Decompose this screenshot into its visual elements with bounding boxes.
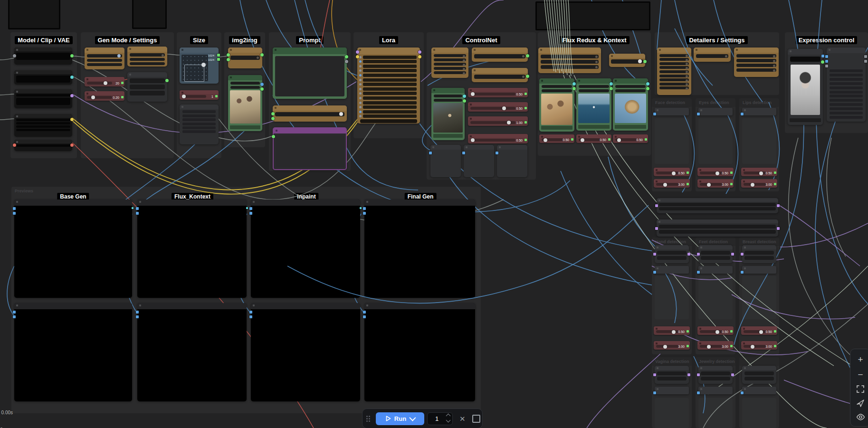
input-port[interactable] [741,113,744,115]
node-model-settings[interactable] [14,114,72,137]
node-graph-canvas[interactable]: Model / Clip / VAE Gen Mode / Settings S… [0,0,868,428]
collapse-dot-icon[interactable] [615,136,617,138]
output-port[interactable] [730,345,733,347]
input-port[interactable] [13,207,16,210]
toggle-dot-icon[interactable] [359,69,362,72]
collapse-dot-icon[interactable] [129,74,131,76]
output-port[interactable] [731,253,734,256]
collapse-dot-icon[interactable] [657,367,658,369]
slider-knob[interactable] [707,183,711,187]
cancel-button[interactable]: ✕ [459,415,466,422]
node-clip-loader[interactable] [14,70,72,85]
output-port[interactable] [132,207,134,209]
node-resolution-picker[interactable]: 1024 1024 [180,48,219,84]
collapse-dot-icon[interactable] [657,109,658,111]
preview-node-inpaint[interactable] [251,200,360,298]
slider-track[interactable] [700,183,722,186]
collapse-dot-icon[interactable] [700,388,702,390]
slider-steps[interactable]: 20 [85,77,124,86]
widget-bar[interactable] [474,75,525,79]
widget-bar[interactable] [830,82,863,85]
note-box[interactable] [535,1,650,30]
collapse-dot-icon[interactable] [700,267,702,269]
slider-knob[interactable] [91,95,95,99]
slider-track[interactable] [744,183,766,186]
preview-node-inpaint-2[interactable] [251,303,360,401]
output-port[interactable] [572,82,576,86]
widget-bar[interactable] [611,59,643,64]
slider-batch[interactable]: 1 [180,90,219,100]
output-port[interactable] [687,171,689,174]
node-detector-settings[interactable] [742,245,776,263]
widget-bar[interactable] [659,70,689,73]
widget-bar[interactable] [16,94,70,96]
step-up-icon[interactable] [446,413,451,418]
output-port[interactable] [571,138,573,141]
widget-bar[interactable] [659,66,689,69]
collapse-dot-icon[interactable] [230,76,232,78]
widget-bar[interactable] [130,78,165,83]
input-port[interactable] [653,373,656,376]
input-port[interactable] [697,253,700,256]
output-port[interactable] [70,118,74,121]
toggle-dot-icon[interactable] [359,56,362,58]
preview-node-base-gen[interactable] [14,200,132,298]
widget-bar[interactable] [579,89,609,92]
output-port[interactable] [731,373,734,376]
widget-bar[interactable] [659,54,689,57]
output-port[interactable] [646,87,649,90]
input-port[interactable] [136,315,139,318]
slider-knob[interactable] [672,330,676,334]
widget-bar[interactable] [830,86,863,89]
slider-knob[interactable] [507,121,511,124]
lora-row[interactable] [363,56,417,59]
widget-bar[interactable] [744,371,774,375]
collapse-dot-icon[interactable] [656,181,658,182]
node-controlnet-model[interactable] [472,48,528,62]
widget-bar[interactable] [230,82,260,85]
input-port[interactable] [825,65,828,67]
toggle-dot-icon[interactable] [359,60,362,63]
lora-row[interactable] [363,110,417,114]
slider-detect-size[interactable]: 3.00 [741,179,777,188]
output-port[interactable] [121,96,124,98]
output-port[interactable] [610,82,613,86]
slider-knob[interactable] [707,345,711,349]
collapse-dot-icon[interactable] [699,328,701,330]
input-port[interactable] [363,212,366,215]
widget-bar[interactable] [434,58,466,61]
input-port[interactable] [825,60,828,63]
collapse-dot-icon[interactable] [139,304,141,306]
slider-detect-strength[interactable]: 0.50 [741,168,777,176]
node-detector[interactable] [742,266,776,274]
collapse-dot-icon[interactable] [432,146,434,148]
output-port[interactable] [774,183,776,185]
widget-bar[interactable] [87,63,122,66]
collapse-dot-icon[interactable] [656,342,658,344]
widget-bar[interactable] [659,86,689,89]
output-port[interactable] [645,138,647,141]
slider-redux-strength-2[interactable]: 0.50 [576,134,611,143]
output-port[interactable] [70,54,74,57]
node-load-image-img2img[interactable] [228,75,262,131]
input-port[interactable] [13,143,16,147]
widget-bar[interactable] [182,118,216,121]
input-port[interactable] [249,311,252,314]
collapse-dot-icon[interactable] [474,49,476,51]
collapse-dot-icon[interactable] [658,221,660,223]
slider-knob[interactable] [663,183,667,187]
node-expression-params[interactable] [827,48,866,122]
collapse-dot-icon[interactable] [611,55,613,57]
collapse-dot-icon[interactable] [16,91,18,93]
widget-bar[interactable] [657,251,687,255]
collapse-dot-icon[interactable] [615,80,617,82]
widget-bar[interactable] [182,123,216,125]
slider-knob[interactable] [544,138,547,142]
collapse-dot-icon[interactable] [16,115,18,117]
output-port-width[interactable] [217,54,220,57]
output-port[interactable] [572,87,576,90]
node-detector[interactable] [655,266,689,274]
output-port[interactable] [777,227,780,230]
widget-bar[interactable] [701,251,730,255]
toggle-dot-icon[interactable] [359,97,362,99]
